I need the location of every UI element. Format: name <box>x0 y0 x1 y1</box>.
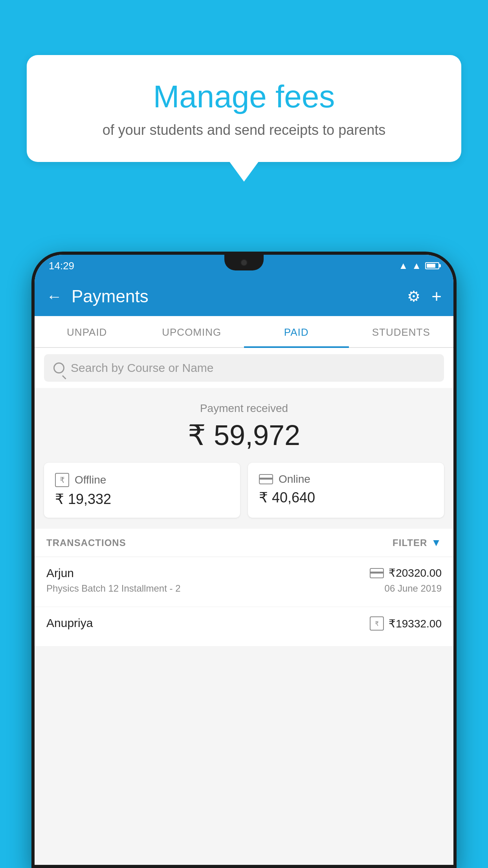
filter-button[interactable]: FILTER ▼ <box>393 537 442 549</box>
payment-summary: Payment received ₹ 59,972 <box>35 388 453 463</box>
tab-unpaid[interactable]: UNPAID <box>35 316 139 347</box>
phone-inner: 14:29 ▲ ▲ ← Payments ⚙ + UNPA <box>35 255 453 865</box>
transaction-amount: ₹20320.00 <box>389 566 442 579</box>
transaction-amount-row: ₹20320.00 <box>370 566 442 579</box>
app-bar: ← Payments ⚙ + <box>35 277 453 316</box>
search-input[interactable]: Search by Course or Name <box>71 361 214 375</box>
search-container: Search by Course or Name <box>35 348 453 388</box>
filter-label: FILTER <box>393 537 427 548</box>
speech-bubble-subtext: of your students and send receipts to pa… <box>54 122 434 138</box>
transactions-header: TRANSACTIONS FILTER ▼ <box>35 529 453 557</box>
transaction-amount: ₹19332.00 <box>389 617 442 630</box>
tabs-container: UNPAID UPCOMING PAID STUDENTS <box>35 316 453 348</box>
transaction-row-top: Arjun ₹20320.00 <box>46 566 442 580</box>
transactions-label: TRANSACTIONS <box>46 537 126 548</box>
transaction-course: Physics Batch 12 Installment - 2 <box>46 583 180 594</box>
app-bar-actions: ⚙ + <box>407 287 442 306</box>
online-card-header: Online <box>259 473 433 485</box>
wifi-icon: ▲ <box>398 260 408 271</box>
phone-frame: 14:29 ▲ ▲ ← Payments ⚙ + UNPA <box>31 252 457 868</box>
tab-students[interactable]: STUDENTS <box>349 316 454 347</box>
back-button[interactable]: ← <box>46 288 62 305</box>
camera-dot <box>240 259 248 266</box>
status-icons: ▲ ▲ <box>398 260 439 271</box>
notch <box>224 255 264 270</box>
speech-bubble-container: Manage fees of your students and send re… <box>27 55 461 162</box>
offline-transaction-icon: ₹ <box>370 616 384 631</box>
speech-bubble-heading: Manage fees <box>54 79 434 115</box>
online-card-title: Online <box>279 473 310 485</box>
battery-icon <box>425 262 439 269</box>
status-time: 14:29 <box>49 260 74 272</box>
table-row[interactable]: Arjun ₹20320.00 Physics Batch 12 Install… <box>35 557 453 607</box>
offline-payment-icon: ₹ <box>55 473 69 487</box>
payment-received-label: Payment received <box>46 402 442 415</box>
online-card-amount: ₹ 40,640 <box>259 489 433 506</box>
tab-upcoming[interactable]: UPCOMING <box>139 316 244 347</box>
offline-card-amount: ₹ 19,332 <box>55 491 229 508</box>
transaction-name: Anupriya <box>46 616 93 630</box>
payment-cards: ₹ Offline ₹ 19,332 Online ₹ 40,640 <box>35 463 453 529</box>
online-payment-card: Online ₹ 40,640 <box>248 463 444 518</box>
filter-icon: ▼ <box>431 537 442 549</box>
app-title: Payments <box>72 287 398 306</box>
search-icon <box>53 362 64 373</box>
online-transaction-icon <box>370 568 384 578</box>
transaction-row-top: Anupriya ₹ ₹19332.00 <box>46 616 442 631</box>
status-bar: 14:29 ▲ ▲ <box>35 255 453 277</box>
offline-card-title: Offline <box>75 474 106 486</box>
speech-bubble: Manage fees of your students and send re… <box>27 55 461 162</box>
payment-total-amount: ₹ 59,972 <box>46 419 442 452</box>
transaction-date: 06 June 2019 <box>385 583 442 594</box>
settings-button[interactable]: ⚙ <box>407 288 420 305</box>
transaction-amount-row: ₹ ₹19332.00 <box>370 616 442 631</box>
battery-fill <box>427 264 435 268</box>
transaction-list: Arjun ₹20320.00 Physics Batch 12 Install… <box>35 557 453 647</box>
add-button[interactable]: + <box>431 287 442 306</box>
signal-icon: ▲ <box>412 260 421 271</box>
offline-card-header: ₹ Offline <box>55 473 229 487</box>
transaction-name: Arjun <box>46 566 74 580</box>
offline-payment-card: ₹ Offline ₹ 19,332 <box>44 463 240 518</box>
table-row[interactable]: Anupriya ₹ ₹19332.00 <box>35 607 453 647</box>
transaction-row-bottom: Physics Batch 12 Installment - 2 06 June… <box>46 583 442 594</box>
online-payment-icon <box>259 474 273 484</box>
tab-paid[interactable]: PAID <box>244 316 349 347</box>
search-bar[interactable]: Search by Course or Name <box>44 354 444 382</box>
